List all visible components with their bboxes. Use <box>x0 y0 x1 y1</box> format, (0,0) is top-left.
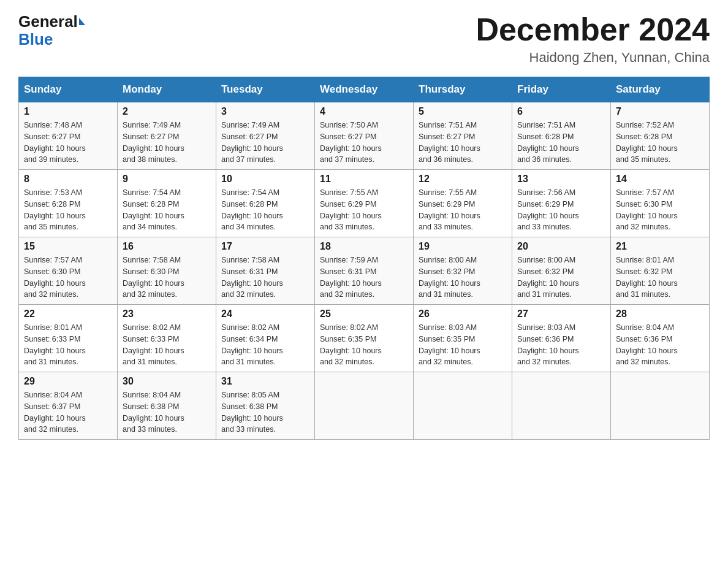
day-info: Sunrise: 7:50 AMSunset: 6:27 PMDaylight:… <box>320 120 408 166</box>
calendar-day-cell: 16Sunrise: 7:58 AMSunset: 6:30 PMDayligh… <box>118 237 216 305</box>
calendar-day-cell <box>315 372 414 440</box>
day-info: Sunrise: 7:55 AMSunset: 6:29 PMDaylight:… <box>320 187 408 233</box>
day-number: 12 <box>419 174 507 185</box>
calendar-day-cell: 6Sunrise: 7:51 AMSunset: 6:28 PMDaylight… <box>512 102 611 170</box>
day-info: Sunrise: 8:03 AMSunset: 6:36 PMDaylight:… <box>517 322 605 368</box>
day-number: 17 <box>221 241 309 252</box>
day-number: 3 <box>221 106 309 117</box>
day-number: 18 <box>320 241 408 252</box>
day-info: Sunrise: 7:54 AMSunset: 6:28 PMDaylight:… <box>221 187 309 233</box>
day-info: Sunrise: 8:04 AMSunset: 6:36 PMDaylight:… <box>616 322 704 368</box>
day-info: Sunrise: 7:55 AMSunset: 6:29 PMDaylight:… <box>419 187 507 233</box>
day-number: 11 <box>320 174 408 185</box>
calendar-day-cell: 27Sunrise: 8:03 AMSunset: 6:36 PMDayligh… <box>512 305 611 372</box>
day-info: Sunrise: 8:05 AMSunset: 6:38 PMDaylight:… <box>221 389 309 435</box>
day-number: 20 <box>517 241 605 252</box>
calendar-day-cell: 10Sunrise: 7:54 AMSunset: 6:28 PMDayligh… <box>216 170 315 237</box>
calendar-week-row: 29Sunrise: 8:04 AMSunset: 6:37 PMDayligh… <box>19 372 710 440</box>
calendar-day-cell: 29Sunrise: 8:04 AMSunset: 6:37 PMDayligh… <box>19 372 118 440</box>
calendar-day-cell: 12Sunrise: 7:55 AMSunset: 6:29 PMDayligh… <box>414 170 512 237</box>
day-number: 2 <box>123 106 211 117</box>
weekday-header-row: SundayMondayTuesdayWednesdayThursdayFrid… <box>19 77 710 102</box>
weekday-header-thursday: Thursday <box>414 77 512 102</box>
day-info: Sunrise: 8:01 AMSunset: 6:33 PMDaylight:… <box>24 322 112 368</box>
day-info: Sunrise: 8:03 AMSunset: 6:35 PMDaylight:… <box>419 322 507 368</box>
calendar-day-cell: 9Sunrise: 7:54 AMSunset: 6:28 PMDaylight… <box>118 170 216 237</box>
day-number: 5 <box>419 106 507 117</box>
weekday-header-tuesday: Tuesday <box>216 77 315 102</box>
day-number: 1 <box>24 106 112 117</box>
day-number: 26 <box>419 308 507 320</box>
day-info: Sunrise: 7:59 AMSunset: 6:31 PMDaylight:… <box>320 255 408 301</box>
day-info: Sunrise: 7:56 AMSunset: 6:29 PMDaylight:… <box>517 187 605 233</box>
logo-general-text: General <box>18 12 78 31</box>
day-number: 6 <box>517 106 605 117</box>
day-number: 27 <box>517 308 605 320</box>
day-number: 9 <box>123 174 211 185</box>
calendar-day-cell: 19Sunrise: 8:00 AMSunset: 6:32 PMDayligh… <box>414 237 512 305</box>
calendar-day-cell: 25Sunrise: 8:02 AMSunset: 6:35 PMDayligh… <box>315 305 414 372</box>
month-title: December 2024 <box>476 12 710 47</box>
calendar-day-cell: 18Sunrise: 7:59 AMSunset: 6:31 PMDayligh… <box>315 237 414 305</box>
calendar-day-cell: 31Sunrise: 8:05 AMSunset: 6:38 PMDayligh… <box>216 372 315 440</box>
day-info: Sunrise: 7:57 AMSunset: 6:30 PMDaylight:… <box>616 187 704 233</box>
calendar-day-cell: 11Sunrise: 7:55 AMSunset: 6:29 PMDayligh… <box>315 170 414 237</box>
calendar-day-cell: 3Sunrise: 7:49 AMSunset: 6:27 PMDaylight… <box>216 102 315 170</box>
day-info: Sunrise: 8:02 AMSunset: 6:35 PMDaylight:… <box>320 322 408 368</box>
calendar-day-cell: 17Sunrise: 7:58 AMSunset: 6:31 PMDayligh… <box>216 237 315 305</box>
calendar-day-cell: 2Sunrise: 7:49 AMSunset: 6:27 PMDaylight… <box>118 102 216 170</box>
calendar-day-cell: 1Sunrise: 7:48 AMSunset: 6:27 PMDaylight… <box>19 102 118 170</box>
day-number: 16 <box>123 241 211 252</box>
day-info: Sunrise: 8:04 AMSunset: 6:37 PMDaylight:… <box>24 389 112 435</box>
day-number: 8 <box>24 174 112 185</box>
day-info: Sunrise: 8:04 AMSunset: 6:38 PMDaylight:… <box>123 389 211 435</box>
day-info: Sunrise: 7:49 AMSunset: 6:27 PMDaylight:… <box>221 120 309 166</box>
day-number: 22 <box>24 308 112 320</box>
day-number: 4 <box>320 106 408 117</box>
calendar-day-cell: 13Sunrise: 7:56 AMSunset: 6:29 PMDayligh… <box>512 170 611 237</box>
day-number: 15 <box>24 241 112 252</box>
calendar-day-cell: 7Sunrise: 7:52 AMSunset: 6:28 PMDaylight… <box>611 102 710 170</box>
day-number: 19 <box>419 241 507 252</box>
day-number: 21 <box>616 241 704 252</box>
day-info: Sunrise: 7:51 AMSunset: 6:28 PMDaylight:… <box>517 120 605 166</box>
day-number: 28 <box>616 308 704 320</box>
calendar-day-cell: 24Sunrise: 8:02 AMSunset: 6:34 PMDayligh… <box>216 305 315 372</box>
day-info: Sunrise: 8:00 AMSunset: 6:32 PMDaylight:… <box>419 255 507 301</box>
calendar-week-row: 8Sunrise: 7:53 AMSunset: 6:28 PMDaylight… <box>19 170 710 237</box>
day-info: Sunrise: 7:57 AMSunset: 6:30 PMDaylight:… <box>24 255 112 301</box>
calendar-week-row: 15Sunrise: 7:57 AMSunset: 6:30 PMDayligh… <box>19 237 710 305</box>
calendar-day-cell: 14Sunrise: 7:57 AMSunset: 6:30 PMDayligh… <box>611 170 710 237</box>
location-title: Haidong Zhen, Yunnan, China <box>476 50 710 66</box>
calendar-day-cell: 20Sunrise: 8:00 AMSunset: 6:32 PMDayligh… <box>512 237 611 305</box>
logo-triangle-icon <box>79 18 85 25</box>
day-info: Sunrise: 7:51 AMSunset: 6:27 PMDaylight:… <box>419 120 507 166</box>
day-number: 10 <box>221 174 309 185</box>
calendar-day-cell: 15Sunrise: 7:57 AMSunset: 6:30 PMDayligh… <box>19 237 118 305</box>
weekday-header-friday: Friday <box>512 77 611 102</box>
day-number: 14 <box>616 174 704 185</box>
calendar-day-cell: 5Sunrise: 7:51 AMSunset: 6:27 PMDaylight… <box>414 102 512 170</box>
day-info: Sunrise: 8:01 AMSunset: 6:32 PMDaylight:… <box>616 255 704 301</box>
calendar-day-cell: 4Sunrise: 7:50 AMSunset: 6:27 PMDaylight… <box>315 102 414 170</box>
weekday-header-wednesday: Wednesday <box>315 77 414 102</box>
day-number: 25 <box>320 308 408 320</box>
logo-blue-text: Blue <box>18 30 53 48</box>
day-info: Sunrise: 7:54 AMSunset: 6:28 PMDaylight:… <box>123 187 211 233</box>
day-info: Sunrise: 8:02 AMSunset: 6:33 PMDaylight:… <box>123 322 211 368</box>
title-area: December 2024 Haidong Zhen, Yunnan, Chin… <box>476 12 710 66</box>
day-info: Sunrise: 7:58 AMSunset: 6:31 PMDaylight:… <box>221 255 309 301</box>
calendar-day-cell: 21Sunrise: 8:01 AMSunset: 6:32 PMDayligh… <box>611 237 710 305</box>
weekday-header-saturday: Saturday <box>611 77 710 102</box>
day-number: 7 <box>616 106 704 117</box>
calendar-day-cell: 30Sunrise: 8:04 AMSunset: 6:38 PMDayligh… <box>118 372 216 440</box>
day-info: Sunrise: 7:53 AMSunset: 6:28 PMDaylight:… <box>24 187 112 233</box>
day-info: Sunrise: 7:48 AMSunset: 6:27 PMDaylight:… <box>24 120 112 166</box>
weekday-header-monday: Monday <box>118 77 216 102</box>
calendar-day-cell: 22Sunrise: 8:01 AMSunset: 6:33 PMDayligh… <box>19 305 118 372</box>
day-number: 31 <box>221 376 309 387</box>
day-info: Sunrise: 8:00 AMSunset: 6:32 PMDaylight:… <box>517 255 605 301</box>
logo: General Blue <box>18 12 85 49</box>
day-number: 24 <box>221 308 309 320</box>
calendar-day-cell <box>512 372 611 440</box>
